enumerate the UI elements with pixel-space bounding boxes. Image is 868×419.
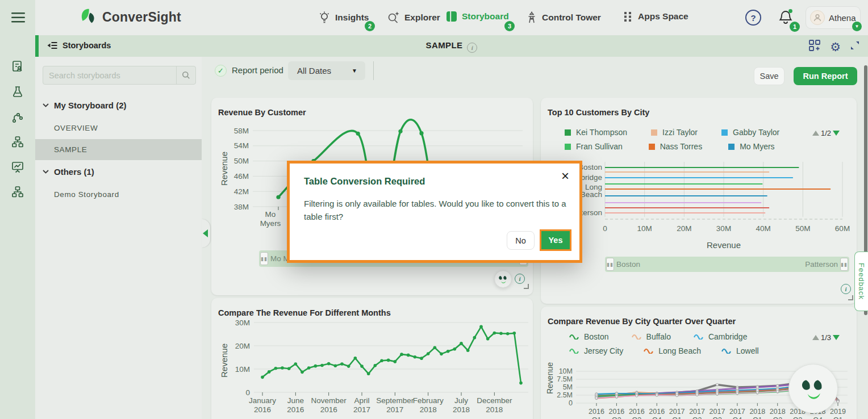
resize-corner-icon[interactable] [848, 295, 853, 300]
wave-icon [569, 348, 579, 354]
sidebar-item-demo-storyboard[interactable]: Demo Storyboard [35, 184, 202, 205]
pager-down-icon[interactable] [833, 131, 840, 136]
notification-count-badge: 1 [790, 22, 800, 32]
svg-text:April2017: April2017 [353, 396, 370, 414]
brand-logo[interactable]: ConverSight [76, 6, 181, 28]
nav-apps-space[interactable]: Apps Space [623, 11, 688, 22]
svg-text:42M: 42M [234, 187, 249, 196]
legend-item[interactable]: Buffalo [632, 332, 671, 341]
title-info-icon[interactable]: i [467, 43, 477, 53]
monthly-revenue-card: Compare The Revenue For Different Months… [211, 298, 533, 419]
storyboard-icon [446, 11, 457, 22]
search-input[interactable] [43, 71, 176, 80]
date-filter-dropdown[interactable]: All Dates▼ [288, 61, 365, 80]
slider-handle-left[interactable]: ▮▮ [260, 252, 268, 265]
svg-text:40M: 40M [756, 224, 771, 233]
hierarchy-icon[interactable] [11, 135, 24, 151]
legend-item[interactable]: Cambridge [694, 332, 747, 341]
sidebar-item-overview[interactable]: OVERVIEW [35, 118, 202, 139]
legend-item[interactable]: Fran Sullivan [565, 142, 623, 151]
svg-text:2016Q3: 2016Q3 [629, 408, 645, 419]
chart-title: Top 10 Customers By City [548, 108, 649, 117]
slider-handle-left[interactable]: ▮▮ [606, 258, 614, 271]
svg-text:54M: 54M [234, 141, 249, 150]
chart2-legend-row1: Kei Thompson Izzi Taylor Gabby Taylor [565, 128, 779, 137]
settings-gear-icon[interactable]: ⚙ [830, 41, 841, 53]
legend-item[interactable]: Izzi Taylor [651, 128, 698, 137]
legend-item[interactable]: Nass Torres [649, 142, 702, 151]
nav-explorer[interactable]: Explorer [386, 11, 440, 24]
chart4-legend-row2: Jersey City Long Beach Lowell [569, 346, 759, 355]
chart2-info-icon[interactable]: i [841, 284, 851, 294]
search-icon[interactable] [176, 66, 195, 84]
svg-text:10M: 10M [559, 367, 573, 375]
report-period-label: Report period [232, 65, 283, 75]
legend-item[interactable]: Mo Myers [728, 142, 774, 151]
chart1-info-icon[interactable]: i [515, 274, 525, 284]
svg-text:2016Q2: 2016Q2 [609, 408, 625, 419]
workflow-icon[interactable] [11, 185, 24, 201]
legend-item[interactable]: Boston [569, 332, 609, 341]
wave-icon [632, 334, 641, 340]
wave-icon [569, 334, 579, 340]
assistant-bubble-icon[interactable] [494, 270, 512, 288]
legend-item[interactable]: Kei Thompson [565, 128, 627, 137]
legend-item[interactable]: Gabby Taylor [721, 128, 779, 137]
chart2-range-slider[interactable]: ▮▮ Boston Patterson ▮▮ [605, 257, 849, 272]
help-button[interactable]: ? [745, 10, 761, 26]
legend-item[interactable]: Jersey City [569, 346, 623, 355]
table-conversion-modal: Table Conversion Required × Filtering is… [287, 161, 582, 263]
modal-yes-button[interactable]: Yes [540, 229, 571, 251]
svg-text:38M: 38M [234, 203, 249, 211]
user-caret-icon[interactable]: ▼ [852, 22, 862, 31]
svg-text:2018Q1: 2018Q1 [749, 408, 765, 419]
modal-no-button[interactable]: No [507, 231, 535, 250]
chart4-legend-row1: Boston Buffalo Cambridge [569, 332, 747, 341]
run-report-button[interactable]: Run Report [794, 67, 857, 85]
nav-control-tower[interactable]: Control Tower [526, 11, 601, 24]
report-period-checkbox[interactable]: ✓ [215, 65, 227, 77]
chevron-down-icon [43, 170, 49, 174]
chart-title: Compare Revenue By City Quarter Over Qua… [548, 317, 736, 326]
add-widget-icon[interactable] [808, 39, 821, 54]
legend-item[interactable]: Long Beach [644, 346, 701, 355]
top-navbar: ConverSight Insights 2 Explorer Storyboa… [35, 0, 868, 35]
svg-text:46M: 46M [234, 172, 249, 181]
modal-close-icon[interactable]: × [561, 169, 569, 183]
panel-collapse-handle[interactable] [202, 219, 210, 248]
legend-item[interactable]: Lowell [721, 346, 759, 355]
storyboard-search[interactable] [43, 66, 196, 85]
flask-icon[interactable] [11, 85, 24, 101]
nav-insights[interactable]: Insights [318, 11, 369, 24]
pager-up-icon[interactable] [812, 335, 819, 340]
resize-corner-icon[interactable] [524, 284, 529, 289]
pager-up-icon[interactable] [812, 131, 819, 136]
athena-assistant-bubble[interactable] [788, 364, 838, 413]
chart2-legend-pager: 1/2 [812, 129, 840, 137]
presentation-chart-icon[interactable] [11, 160, 24, 176]
group-my-storyboard[interactable]: My Storyboard (2) [43, 100, 127, 110]
svg-text:20M: 20M [235, 342, 250, 350]
feedback-tab[interactable]: Feedback [854, 252, 868, 311]
monthly-revenue-chart: 010M20M30MJanuary2016June2016November201… [211, 312, 533, 419]
top10-customers-chart: 010M20M30M40M50M60MBostonCambridgeLongBe… [541, 152, 857, 254]
svg-text:0: 0 [603, 224, 607, 233]
svg-text:2017Q4: 2017Q4 [729, 408, 745, 419]
wave-icon [644, 348, 653, 354]
save-button[interactable]: Save [754, 67, 784, 85]
icon-rail [0, 0, 35, 419]
report-doc-icon[interactable] [11, 60, 24, 76]
hamburger-menu-icon[interactable] [11, 11, 26, 26]
sidebar-item-sample[interactable]: SAMPLE [35, 139, 202, 160]
group-others[interactable]: Others (1) [43, 167, 94, 177]
pager-down-icon[interactable] [833, 335, 840, 340]
legend-swatch [649, 144, 655, 150]
svg-text:0: 0 [245, 388, 250, 397]
modal-body-text: Filtering is only available for tables. … [304, 198, 566, 223]
pipeline-branch-icon[interactable] [11, 111, 24, 127]
explorer-search-icon [386, 11, 400, 24]
slider-handle-right[interactable]: ▮▮ [840, 258, 848, 271]
nav-storyboard[interactable]: Storyboard [446, 11, 509, 22]
legend-swatch [721, 129, 728, 136]
expand-icon[interactable] [850, 40, 860, 53]
